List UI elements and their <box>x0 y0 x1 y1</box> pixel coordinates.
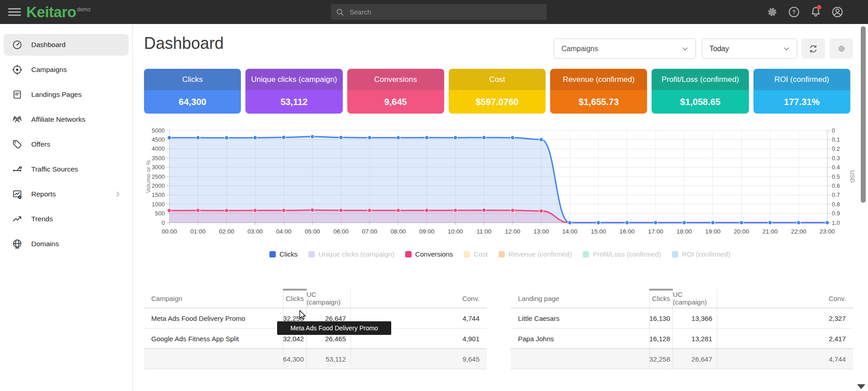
data-point[interactable] <box>711 221 715 225</box>
sidebar-item-dashboard[interactable]: Dashboard <box>4 34 129 56</box>
date-range-select[interactable]: Today <box>702 38 797 59</box>
help-icon[interactable]: ? <box>788 6 800 18</box>
notifications-icon[interactable] <box>810 6 822 18</box>
table-totals-row: 32,25826,6474,744 <box>511 349 853 369</box>
data-point[interactable] <box>511 136 515 140</box>
group-by-select[interactable]: Campaigns <box>554 38 696 59</box>
metric-card-revenue-confirmed[interactable]: Revenue (confirmed)$1,655.73 <box>550 69 647 114</box>
column-header-uc-campaign[interactable]: UC (campaign) <box>673 289 717 308</box>
data-point[interactable] <box>768 221 772 225</box>
data-point[interactable] <box>168 136 172 140</box>
sidebar-item-affiliate-networks[interactable]: Affiliate Networks <box>4 109 129 130</box>
table-row[interactable]: Little Caesars16,13013,3662,327 <box>511 308 853 329</box>
metric-card-profit-loss-confirmed[interactable]: Profit/Loss (confirmed)$1,058.65 <box>652 69 748 114</box>
data-point[interactable] <box>253 209 257 213</box>
metric-card-clicks[interactable]: Clicks64,300 <box>144 69 241 114</box>
data-point[interactable] <box>453 136 457 140</box>
data-point[interactable] <box>225 136 229 140</box>
traffic-icon <box>12 164 23 175</box>
column-header-landing-page[interactable]: Landing page <box>511 289 649 308</box>
table-row[interactable]: Papa Johns16,12813,2812,417 <box>511 329 853 349</box>
account-icon[interactable] <box>831 6 844 18</box>
search-input[interactable] <box>349 8 542 16</box>
data-point[interactable] <box>196 209 200 213</box>
gear-icon[interactable] <box>766 6 778 18</box>
data-point[interactable] <box>253 136 257 140</box>
metric-card-unique-clicks-campaign[interactable]: Unique clicks (campaign)53,112 <box>245 69 342 114</box>
row-name[interactable]: Papa Johns <box>511 329 649 348</box>
data-point[interactable] <box>339 135 343 139</box>
column-header-clicks[interactable]: Clicks <box>283 289 307 308</box>
legend-item-unique-clicks-campaign[interactable]: Unique clicks (campaign) <box>308 250 394 258</box>
svg-text:$: $ <box>14 141 16 144</box>
legend-item-roi-confirmed[interactable]: ROI (confirmed) <box>672 250 730 258</box>
row-name[interactable]: Little Caesars <box>511 308 649 328</box>
data-point[interactable] <box>396 136 400 140</box>
data-point[interactable] <box>396 209 400 213</box>
sidebar-item-traffic-sources[interactable]: Traffic Sources <box>4 158 129 180</box>
data-point[interactable] <box>682 221 686 225</box>
svg-text:07:00: 07:00 <box>362 228 377 235</box>
data-point[interactable] <box>482 136 486 140</box>
sidebar-item-domains[interactable]: Domains <box>4 233 129 255</box>
column-header-clicks[interactable]: Clicks <box>649 289 673 308</box>
svg-text:19:00: 19:00 <box>705 228 720 235</box>
data-point[interactable] <box>368 209 372 213</box>
sidebar-item-label: Domains <box>31 240 59 248</box>
dashboard-settings-button[interactable] <box>830 38 853 59</box>
column-header-conv[interactable]: Conv. <box>717 289 853 308</box>
global-search[interactable] <box>331 4 547 20</box>
metric-label: Unique clicks (campaign) <box>245 69 342 90</box>
legend-item-revenue-confirmed[interactable]: Revenue (confirmed) <box>499 250 572 258</box>
legend-item-profit-loss-confirmed[interactable]: Profit/Loss (confirmed) <box>583 250 661 258</box>
data-point[interactable] <box>568 221 572 225</box>
hamburger-menu-icon[interactable] <box>8 6 21 17</box>
data-point[interactable] <box>539 209 543 213</box>
legend-item-conversions[interactable]: Conversions <box>405 250 453 258</box>
metric-card-cost[interactable]: Cost$597.0760 <box>449 69 546 114</box>
column-header-uc-campaign[interactable]: UC (campaign) <box>307 289 351 308</box>
data-point[interactable] <box>596 221 600 225</box>
data-point[interactable] <box>654 221 658 225</box>
sidebar-item-offers[interactable]: $Offers <box>4 134 129 155</box>
metric-card-conversions[interactable]: Conversions9,645 <box>347 69 444 114</box>
data-point[interactable] <box>339 209 343 213</box>
metric-card-roi-confirmed[interactable]: ROI (confirmed)177.31% <box>753 69 850 114</box>
sidebar-item-label: Dashboard <box>31 41 66 49</box>
svg-text:0.9: 0.9 <box>832 210 840 217</box>
vertical-scrollbar[interactable] <box>861 26 866 203</box>
legend-label: Cost <box>474 250 488 258</box>
data-point[interactable] <box>425 136 429 140</box>
data-point[interactable] <box>797 221 801 225</box>
legend-item-clicks[interactable]: Clicks <box>269 250 297 258</box>
row-name[interactable]: Google Ads Fitness App Split <box>144 329 283 348</box>
data-point[interactable] <box>368 136 372 140</box>
data-point[interactable] <box>282 209 286 213</box>
data-point[interactable] <box>196 136 200 140</box>
legend-item-cost[interactable]: Cost <box>464 250 488 258</box>
data-point[interactable] <box>311 135 315 139</box>
data-point[interactable] <box>625 221 629 225</box>
sidebar-item-landings-pages[interactable]: Landings Pages <box>4 84 129 105</box>
column-header-conv[interactable]: Conv. <box>351 289 487 308</box>
data-point[interactable] <box>482 208 486 212</box>
data-point[interactable] <box>511 209 515 213</box>
dashboard-icon <box>12 39 23 50</box>
data-point[interactable] <box>739 221 743 225</box>
data-point[interactable] <box>168 209 172 213</box>
data-point[interactable] <box>311 208 315 212</box>
column-header-campaign[interactable]: Campaign <box>144 289 283 308</box>
sidebar-item-reports[interactable]: Reports <box>4 183 129 205</box>
data-point[interactable] <box>539 138 543 142</box>
data-point[interactable] <box>425 209 429 213</box>
sidebar-item-trends[interactable]: Trends <box>4 208 129 230</box>
data-point[interactable] <box>825 221 830 225</box>
data-point[interactable] <box>453 209 457 213</box>
data-point[interactable] <box>225 209 229 213</box>
row-name[interactable]: Meta Ads Food Delivery Promo <box>144 308 283 328</box>
scroll-down-arrow[interactable] <box>857 384 865 389</box>
refresh-button[interactable] <box>801 38 825 59</box>
sidebar-item-campaigns[interactable]: Campaigns <box>4 59 129 81</box>
data-point[interactable] <box>282 135 286 139</box>
metric-label: Profit/Loss (confirmed) <box>652 69 748 90</box>
